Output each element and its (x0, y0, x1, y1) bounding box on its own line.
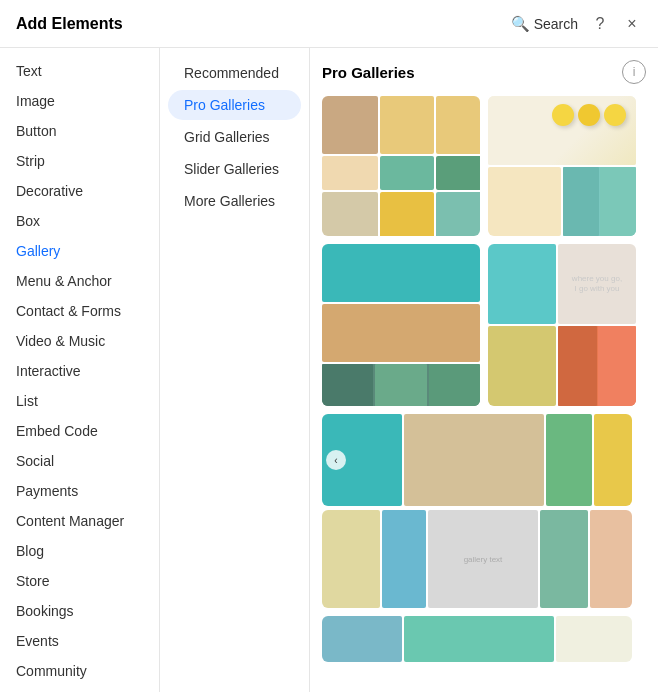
gallery-card-3[interactable] (322, 244, 480, 406)
main-content: Pro Galleries i (310, 48, 658, 692)
gallery-row-3b: gallery text (322, 510, 646, 608)
sidebar-item-box[interactable]: Box (0, 206, 159, 236)
info-button[interactable]: i (622, 60, 646, 84)
gallery-card-7[interactable] (322, 616, 632, 662)
sidebar-item-strip[interactable]: Strip (0, 146, 159, 176)
sidebar-item-button[interactable]: Button (0, 116, 159, 146)
gallery-card-6[interactable]: gallery text (322, 510, 632, 608)
header: Add Elements 🔍 Search ? × (0, 0, 658, 48)
sidebar-item-payments[interactable]: Payments (0, 476, 159, 506)
main-section-title: Pro Galleries (322, 64, 415, 81)
sidebar-item-social[interactable]: Social (0, 446, 159, 476)
search-button[interactable]: 🔍 Search (511, 15, 578, 33)
search-icon: 🔍 (511, 15, 530, 33)
sidebar-item-contact-forms[interactable]: Contact & Forms (0, 296, 159, 326)
gallery-type-panel: Recommended Pro Galleries Grid Galleries… (160, 48, 310, 692)
sidebar-item-video-music[interactable]: Video & Music (0, 326, 159, 356)
panel-item-pro-galleries[interactable]: Pro Galleries (168, 90, 301, 120)
sidebar-item-menu-anchor[interactable]: Menu & Anchor (0, 266, 159, 296)
panel-item-more-galleries[interactable]: More Galleries (168, 186, 301, 216)
gallery-row-1 (322, 96, 646, 236)
page-title: Add Elements (16, 15, 123, 33)
gallery-row-3: ‹ (322, 414, 646, 506)
sidebar-item-decorative[interactable]: Decorative (0, 176, 159, 206)
info-icon: i (633, 65, 636, 79)
sidebar-item-events[interactable]: Events (0, 626, 159, 656)
sidebar-item-content-manager[interactable]: Content Manager (0, 506, 159, 536)
gallery-grid: where you go,I go with you (322, 96, 646, 662)
sidebar-item-store[interactable]: Store (0, 566, 159, 596)
panel-item-recommended[interactable]: Recommended (168, 58, 301, 88)
gallery-card-5[interactable]: ‹ (322, 414, 632, 506)
sidebar-item-gallery[interactable]: Gallery (0, 236, 159, 266)
close-icon: × (627, 15, 636, 33)
main-header: Pro Galleries i (322, 60, 646, 84)
help-icon: ? (596, 15, 605, 33)
close-button[interactable]: × (622, 14, 642, 34)
search-label: Search (534, 16, 578, 32)
sidebar-item-bookings[interactable]: Bookings (0, 596, 159, 626)
help-button[interactable]: ? (590, 14, 610, 34)
gallery-row-2: where you go,I go with you (322, 244, 646, 406)
gallery-prev-arrow[interactable]: ‹ (326, 450, 346, 470)
sidebar-item-list[interactable]: List (0, 386, 159, 416)
gallery-card-4[interactable]: where you go,I go with you (488, 244, 636, 406)
body: Text Image Button Strip Decorative Box G… (0, 48, 658, 692)
gallery-card-1[interactable] (322, 96, 480, 236)
sidebar-item-text[interactable]: Text (0, 56, 159, 86)
sidebar: Text Image Button Strip Decorative Box G… (0, 48, 160, 692)
panel-item-slider-galleries[interactable]: Slider Galleries (168, 154, 301, 184)
sidebar-item-embed-code[interactable]: Embed Code (0, 416, 159, 446)
header-actions: 🔍 Search ? × (511, 14, 642, 34)
sidebar-item-image[interactable]: Image (0, 86, 159, 116)
sidebar-item-my-designs[interactable]: My Designs (0, 686, 159, 692)
sidebar-item-blog[interactable]: Blog (0, 536, 159, 566)
sidebar-item-interactive[interactable]: Interactive (0, 356, 159, 386)
panel-item-grid-galleries[interactable]: Grid Galleries (168, 122, 301, 152)
sidebar-item-community[interactable]: Community (0, 656, 159, 686)
gallery-card-2[interactable] (488, 96, 636, 236)
gallery-row-4 (322, 616, 646, 662)
